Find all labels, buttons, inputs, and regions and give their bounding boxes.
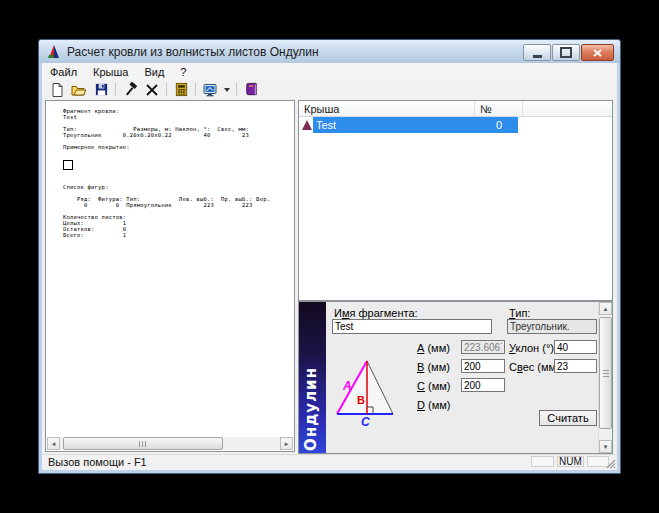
selected-row-highlight[interactable]: Test 0 [313,117,518,133]
new-document-icon [49,82,65,98]
overhang-input[interactable] [554,359,597,373]
toolbar-separator [115,83,116,96]
close-button[interactable] [581,44,614,61]
roof-triangle-icon [302,120,312,130]
roof-list-panel: Крыша № Test 0 [298,100,613,301]
status-pane-empty-1 [531,456,554,467]
roof-number: 0 [496,119,502,131]
ondulin-banner-text: Ондулин [302,367,320,451]
preview-monitor-icon [202,82,218,98]
column-header-roof[interactable]: Крыша [299,101,475,116]
coverage-preview-box [63,160,73,170]
fragment-name-label: Имя фрагмента: [334,307,418,319]
report-text-bottom: Список фигур: Ряд: Фигура: Тип: Лев. выб… [46,184,294,238]
triangle-diagram: A B C [331,356,397,428]
window-title: Расчет кровли из волнистых листов Ондули… [67,45,319,59]
fragment-name-input[interactable] [332,319,492,334]
roof-list-row[interactable]: Test 0 [299,117,612,133]
scroll-up-button[interactable]: ▴ [599,302,612,315]
triangle-label-c: C [361,415,370,428]
save-button[interactable] [90,81,112,98]
list-header: Крыша № [299,101,612,117]
slope-label: Уклон (°) [509,342,554,354]
triangle-label-a: A [342,379,352,393]
open-button[interactable] [68,81,90,98]
minimize-icon [533,55,542,58]
side-a-label: А (мм) [417,342,450,354]
preview-button[interactable] [199,81,221,98]
calculate-submit-button[interactable]: Считать [539,410,597,426]
roof-name: Test [316,119,336,131]
scroll-track[interactable] [60,437,280,450]
toolbar-separator [166,83,167,96]
toolbar-separator [195,83,196,96]
desktop: { "window": { "title": "Расчет кровли из… [0,0,659,513]
open-folder-icon [71,82,87,98]
maximize-icon [560,47,572,58]
menu-file[interactable]: Файл [42,63,85,80]
type-label: Тип: [509,307,530,319]
close-icon [593,49,602,57]
calculator-icon [174,82,189,97]
save-floppy-icon [94,82,109,97]
type-input[interactable] [507,319,597,334]
scroll-left-button[interactable]: ◂ [47,437,60,450]
horizontal-scrollbar[interactable]: ◂ ▸ [47,437,293,450]
minimize-button[interactable] [523,44,551,61]
overhang-label: Свес (мм) [509,361,560,373]
side-d-label: D (мм) [417,399,450,411]
help-book-icon [244,82,259,97]
side-b-input[interactable] [461,359,505,373]
maximize-button[interactable] [552,44,580,61]
menu-roof[interactable]: Крыша [85,63,136,80]
side-b-label: В (мм) [417,361,450,373]
fragment-form-panel: Ондулин Имя фрагмента: Тип: A B C А (мм)… [298,301,613,454]
side-c-label: С (мм) [417,380,450,392]
report-text-top: Фрагмент кровли: Test Тип: Размеры, м: Н… [46,101,294,150]
client-area: Фрагмент кровли: Test Тип: Размеры, м: Н… [42,99,617,455]
scroll-thumb[interactable] [599,317,612,429]
dropdown-arrow-icon [224,88,230,92]
vertical-scrollbar[interactable]: ▴ ▾ [598,302,612,453]
menu-help[interactable]: ? [172,63,194,80]
side-a-input[interactable] [461,340,505,354]
app-window: Расчет кровли из волнистых листов Ондули… [38,39,621,474]
window-controls [523,44,614,61]
help-button[interactable] [240,81,262,98]
title-bar: Расчет кровли из волнистых листов Ондули… [39,40,620,63]
app-icon [46,44,62,60]
preview-dropdown-button[interactable] [221,81,233,98]
slope-input[interactable] [554,340,597,354]
toolbar-separator [236,83,237,96]
scroll-thumb[interactable] [63,437,223,450]
delete-button[interactable] [141,81,163,98]
ondulin-banner: Ондулин [299,302,326,453]
build-button[interactable] [119,81,141,98]
hammer-icon [122,82,138,98]
report-panel: Фрагмент кровли: Test Тип: Размеры, м: Н… [45,100,295,452]
scroll-right-button[interactable]: ▸ [280,437,293,450]
toolbar [42,80,617,100]
status-bar: Вызов помощи - F1 NUM [42,454,617,470]
new-button[interactable] [46,81,68,98]
scroll-down-button[interactable]: ▾ [599,440,612,453]
calculate-button[interactable] [170,81,192,98]
resize-grip[interactable] [605,458,616,469]
side-c-input[interactable] [461,378,505,392]
status-help-text: Вызов помощи - F1 [48,456,147,468]
status-pane-num: NUM [557,456,584,467]
delete-cross-icon [145,83,159,97]
column-header-number[interactable]: № [475,101,523,116]
column-header-blank [523,101,612,116]
menu-view[interactable]: Вид [136,63,172,80]
menu-bar: Файл Крыша Вид ? [42,63,617,80]
triangle-label-b: B [357,394,365,406]
